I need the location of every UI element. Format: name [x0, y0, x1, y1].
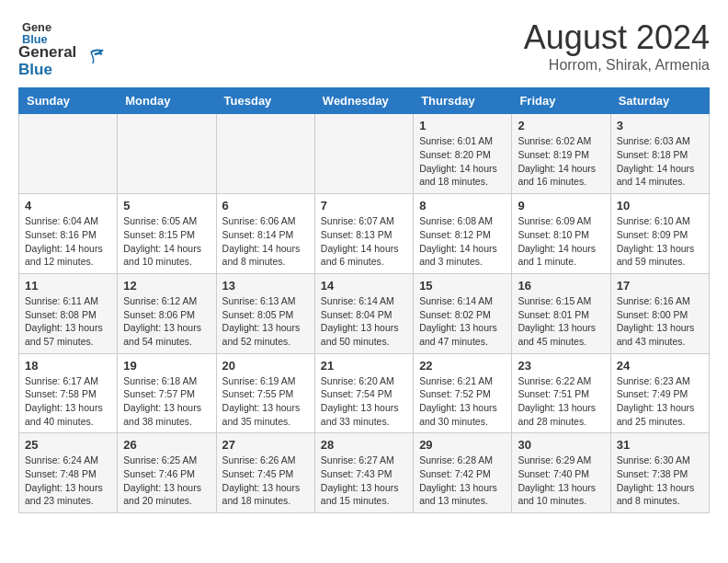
day-info: Sunrise: 6:08 AM Sunset: 8:12 PM Dayligh… — [419, 214, 506, 269]
day-number: 11 — [25, 279, 111, 293]
day-info: Sunrise: 6:01 AM Sunset: 8:20 PM Dayligh… — [419, 134, 506, 189]
month-year-title: August 2024 — [524, 18, 710, 57]
day-number: 17 — [617, 279, 703, 293]
day-info: Sunrise: 6:19 AM Sunset: 7:55 PM Dayligh… — [222, 374, 309, 429]
table-row: 24Sunrise: 6:23 AM Sunset: 7:49 PM Dayli… — [610, 353, 709, 433]
day-number: 16 — [518, 279, 604, 293]
table-row: 31Sunrise: 6:30 AM Sunset: 7:38 PM Dayli… — [610, 433, 709, 513]
day-number: 20 — [222, 359, 309, 373]
page-header: General Blue General Blue August 2024 Ho… — [18, 18, 710, 78]
day-info: Sunrise: 6:14 AM Sunset: 8:04 PM Dayligh… — [321, 294, 407, 349]
table-row: 27Sunrise: 6:26 AM Sunset: 7:45 PM Dayli… — [216, 433, 314, 513]
day-number: 21 — [321, 359, 407, 373]
table-row: 11Sunrise: 6:11 AM Sunset: 8:08 PM Dayli… — [19, 273, 118, 353]
table-row: 23Sunrise: 6:22 AM Sunset: 7:51 PM Dayli… — [512, 353, 610, 433]
logo-line1: General — [18, 44, 76, 62]
day-info: Sunrise: 6:24 AM Sunset: 7:48 PM Dayligh… — [25, 454, 111, 508]
day-info: Sunrise: 6:05 AM Sunset: 8:15 PM Dayligh… — [123, 214, 210, 269]
day-number: 4 — [25, 199, 111, 213]
day-info: Sunrise: 6:12 AM Sunset: 8:06 PM Dayligh… — [123, 294, 210, 349]
table-row: 8Sunrise: 6:08 AM Sunset: 8:12 PM Daylig… — [414, 194, 512, 274]
day-number: 19 — [123, 359, 210, 373]
day-number: 12 — [123, 279, 210, 293]
day-info: Sunrise: 6:25 AM Sunset: 7:46 PM Dayligh… — [123, 454, 210, 508]
day-number: 5 — [123, 199, 210, 213]
day-number: 22 — [419, 359, 506, 373]
table-row: 5Sunrise: 6:05 AM Sunset: 8:15 PM Daylig… — [118, 194, 216, 274]
table-row: 7Sunrise: 6:07 AM Sunset: 8:13 PM Daylig… — [314, 194, 413, 274]
day-info: Sunrise: 6:23 AM Sunset: 7:49 PM Dayligh… — [617, 374, 703, 429]
day-info: Sunrise: 6:09 AM Sunset: 8:10 PM Dayligh… — [518, 214, 604, 269]
day-number: 10 — [617, 199, 703, 213]
day-number: 29 — [419, 438, 506, 452]
day-number: 7 — [321, 199, 407, 213]
header-wednesday: Wednesday — [314, 88, 413, 114]
day-info: Sunrise: 6:02 AM Sunset: 8:19 PM Dayligh… — [518, 134, 604, 189]
day-info: Sunrise: 6:20 AM Sunset: 7:54 PM Dayligh… — [321, 374, 407, 429]
day-number: 25 — [25, 438, 111, 452]
table-row: 20Sunrise: 6:19 AM Sunset: 7:55 PM Dayli… — [216, 353, 314, 433]
table-row: 13Sunrise: 6:13 AM Sunset: 8:05 PM Dayli… — [216, 273, 314, 353]
day-info: Sunrise: 6:22 AM Sunset: 7:51 PM Dayligh… — [518, 374, 604, 429]
day-info: Sunrise: 6:07 AM Sunset: 8:13 PM Dayligh… — [321, 214, 407, 269]
table-row: 21Sunrise: 6:20 AM Sunset: 7:54 PM Dayli… — [314, 353, 413, 433]
logo-bird-icon — [78, 47, 104, 73]
day-number: 15 — [419, 279, 506, 293]
table-row — [314, 114, 413, 194]
table-row — [118, 114, 216, 194]
day-number: 14 — [321, 279, 407, 293]
logo-line2: Blue — [18, 62, 76, 79]
day-info: Sunrise: 6:11 AM Sunset: 8:08 PM Dayligh… — [25, 294, 111, 349]
table-row: 19Sunrise: 6:18 AM Sunset: 7:57 PM Dayli… — [118, 353, 216, 433]
day-info: Sunrise: 6:29 AM Sunset: 7:40 PM Dayligh… — [518, 454, 604, 508]
table-row: 10Sunrise: 6:10 AM Sunset: 8:09 PM Dayli… — [610, 194, 709, 274]
day-info: Sunrise: 6:15 AM Sunset: 8:01 PM Dayligh… — [518, 294, 604, 349]
table-row: 3Sunrise: 6:03 AM Sunset: 8:18 PM Daylig… — [610, 114, 709, 194]
calendar-table: Sunday Monday Tuesday Wednesday Thursday… — [18, 87, 710, 513]
table-row: 12Sunrise: 6:12 AM Sunset: 8:06 PM Dayli… — [118, 273, 216, 353]
calendar-week-row: 4Sunrise: 6:04 AM Sunset: 8:16 PM Daylig… — [19, 194, 710, 274]
header-thursday: Thursday — [414, 88, 512, 114]
day-info: Sunrise: 6:30 AM Sunset: 7:38 PM Dayligh… — [617, 454, 703, 508]
location-subtitle: Horrom, Shirak, Armenia — [524, 57, 710, 74]
day-number: 30 — [518, 438, 604, 452]
table-row — [19, 114, 118, 194]
day-number: 26 — [123, 438, 210, 452]
table-row: 6Sunrise: 6:06 AM Sunset: 8:14 PM Daylig… — [216, 194, 314, 274]
table-row: 15Sunrise: 6:14 AM Sunset: 8:02 PM Dayli… — [414, 273, 512, 353]
day-number: 6 — [222, 199, 309, 213]
title-block: August 2024 Horrom, Shirak, Armenia — [524, 18, 710, 74]
table-row: 9Sunrise: 6:09 AM Sunset: 8:10 PM Daylig… — [512, 194, 610, 274]
calendar-week-row: 18Sunrise: 6:17 AM Sunset: 7:58 PM Dayli… — [19, 353, 710, 433]
header-sunday: Sunday — [19, 88, 118, 114]
calendar-week-row: 11Sunrise: 6:11 AM Sunset: 8:08 PM Dayli… — [19, 273, 710, 353]
day-number: 27 — [222, 438, 309, 452]
logo: General Blue General Blue — [18, 18, 104, 78]
day-info: Sunrise: 6:28 AM Sunset: 7:42 PM Dayligh… — [419, 454, 506, 508]
day-info: Sunrise: 6:27 AM Sunset: 7:43 PM Dayligh… — [321, 454, 407, 508]
day-info: Sunrise: 6:14 AM Sunset: 8:02 PM Dayligh… — [419, 294, 506, 349]
table-row: 25Sunrise: 6:24 AM Sunset: 7:48 PM Dayli… — [19, 433, 118, 513]
table-row — [216, 114, 314, 194]
day-number: 24 — [617, 359, 703, 373]
calendar-week-row: 1Sunrise: 6:01 AM Sunset: 8:20 PM Daylig… — [19, 114, 710, 194]
table-row: 28Sunrise: 6:27 AM Sunset: 7:43 PM Dayli… — [314, 433, 413, 513]
day-number: 28 — [321, 438, 407, 452]
calendar-week-row: 25Sunrise: 6:24 AM Sunset: 7:48 PM Dayli… — [19, 433, 710, 513]
day-info: Sunrise: 6:16 AM Sunset: 8:00 PM Dayligh… — [617, 294, 703, 349]
table-row: 1Sunrise: 6:01 AM Sunset: 8:20 PM Daylig… — [414, 114, 512, 194]
day-info: Sunrise: 6:10 AM Sunset: 8:09 PM Dayligh… — [617, 214, 703, 269]
table-row: 2Sunrise: 6:02 AM Sunset: 8:19 PM Daylig… — [512, 114, 610, 194]
header-monday: Monday — [118, 88, 216, 114]
day-info: Sunrise: 6:06 AM Sunset: 8:14 PM Dayligh… — [222, 214, 309, 269]
table-row: 4Sunrise: 6:04 AM Sunset: 8:16 PM Daylig… — [19, 194, 118, 274]
header-friday: Friday — [512, 88, 610, 114]
header-tuesday: Tuesday — [216, 88, 314, 114]
header-saturday: Saturday — [610, 88, 709, 114]
day-number: 31 — [617, 438, 703, 452]
day-number: 3 — [617, 119, 703, 132]
day-info: Sunrise: 6:26 AM Sunset: 7:45 PM Dayligh… — [222, 454, 309, 508]
day-number: 23 — [518, 359, 604, 373]
table-row: 14Sunrise: 6:14 AM Sunset: 8:04 PM Dayli… — [314, 273, 413, 353]
table-row: 16Sunrise: 6:15 AM Sunset: 8:01 PM Dayli… — [512, 273, 610, 353]
